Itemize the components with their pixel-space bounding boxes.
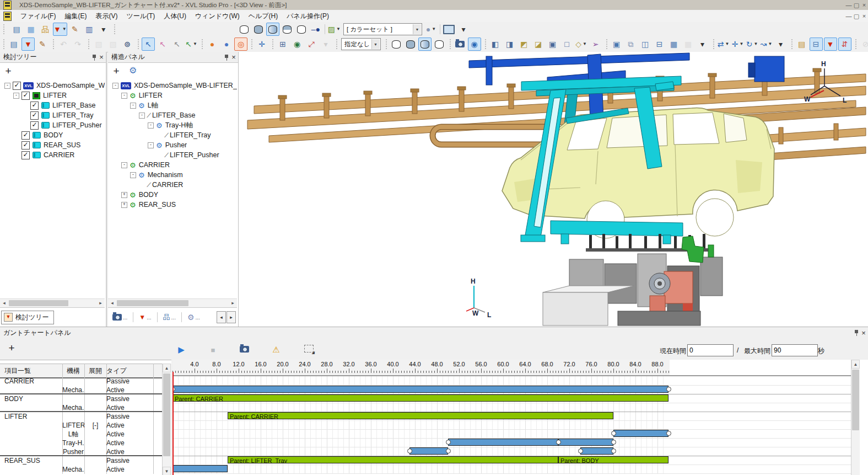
table-row[interactable]: L軸Active xyxy=(0,430,162,439)
gantt-task-bar[interactable] xyxy=(409,447,448,455)
tree-list-icon[interactable]: ▤ xyxy=(7,38,20,51)
tree-item-LIFTER_Tray[interactable]: ✓LIFTER_Tray xyxy=(0,110,105,120)
tree-item-CARRIER[interactable]: ∕CARRIER xyxy=(108,180,237,190)
visibility-checkbox[interactable]: ✓ xyxy=(13,82,21,90)
layout-tree-icon[interactable]: 品... xyxy=(163,312,177,322)
add-gantt-item-button[interactable]: + xyxy=(6,342,18,354)
table-row[interactable]: Mecha...Active xyxy=(0,386,162,394)
gantt-task-bar[interactable] xyxy=(448,439,558,446)
chevron-down-icon[interactable]: ▼ xyxy=(768,42,772,46)
collapse-icon[interactable]: - xyxy=(130,103,136,109)
menu-ツール(T)[interactable]: ツール(T) xyxy=(122,10,159,22)
gantt-task-bar[interactable] xyxy=(172,386,668,393)
display-wireframe-icon[interactable] xyxy=(238,23,251,36)
view-shading-icon[interactable] xyxy=(404,38,417,51)
scroll-down-icon[interactable]: ▼ xyxy=(163,467,171,475)
table-row[interactable]: Mecha...Active xyxy=(0,465,162,474)
close-icon[interactable]: × xyxy=(859,329,868,337)
bar-handle[interactable] xyxy=(578,449,583,453)
collapse-icon[interactable]: - xyxy=(148,142,154,148)
pin-icon[interactable] xyxy=(92,54,97,61)
bar-handle[interactable] xyxy=(407,449,412,453)
highlight-view-icon[interactable]: ◉ xyxy=(468,38,481,51)
expand-icon[interactable]: + xyxy=(121,202,127,208)
snap-target-icon[interactable]: ◎ xyxy=(234,38,247,51)
bar-handle[interactable] xyxy=(666,431,671,436)
tree-item-Mechanism[interactable]: -⚙Mechanism xyxy=(108,170,237,180)
menu-表示(V)[interactable]: 表示(V) xyxy=(91,10,122,22)
chevron-down-icon[interactable]: ▼ xyxy=(193,42,197,46)
chevron-down-icon[interactable]: ▼ xyxy=(739,42,743,46)
range-select-icon[interactable] xyxy=(302,342,315,355)
presentation-mode-icon[interactable] xyxy=(443,23,456,36)
translate-tool-icon[interactable]: ⇄▼ xyxy=(717,38,730,51)
colorset-combo[interactable]: [ カラーセット ]▼ xyxy=(343,23,422,35)
gantt-parent-bar[interactable]: Parent: BODY xyxy=(558,456,668,463)
select-parts-icon[interactable]: ↖ xyxy=(142,38,155,51)
table-vscrollbar[interactable]: ▲▼ xyxy=(162,364,171,475)
window-single-icon[interactable]: ▣ xyxy=(610,38,623,51)
clip-spec-combo[interactable]: 指定なし▼ xyxy=(341,38,381,50)
window-hsplit-icon[interactable]: ⊟ xyxy=(653,38,666,51)
tree-item-LIFTER_Pusher[interactable]: ✓LIFTER_Pusher xyxy=(0,120,105,130)
child-restore-button[interactable]: ▢ xyxy=(853,13,860,20)
window-vsplit-icon[interactable]: ◫ xyxy=(639,38,652,51)
table-row[interactable]: Mecha...Active xyxy=(0,403,162,412)
chevron-down-icon[interactable]: ▼ xyxy=(371,39,380,49)
snapshot-camera-icon[interactable]: ... xyxy=(112,314,128,321)
mechanism-icon[interactable]: ⚙... xyxy=(187,313,201,322)
toolbar-grip[interactable] xyxy=(272,39,273,49)
tree-item-LIFTER_Pusher[interactable]: ∕LIFTER_Pusher xyxy=(108,150,237,160)
column-header-機構[interactable]: 機構 xyxy=(62,366,84,375)
bar-handle[interactable] xyxy=(666,387,671,392)
look-at-icon[interactable]: ◉ xyxy=(290,38,304,51)
3d-viewport[interactable]: H W L H W L xyxy=(238,52,868,327)
tree-item-XDS-DemoSample_WB-LIFTER_ガン[interactable]: -XVLXDS-DemoSample_WB-LIFTER_ガン xyxy=(108,81,237,90)
gantt-parent-bar[interactable]: Parent: LIFTER_Tray xyxy=(228,456,558,463)
toolbar-grip[interactable] xyxy=(138,39,139,49)
study-hscrollbar[interactable]: ◂▸ xyxy=(0,298,105,307)
process-arrow-icon[interactable]: ▼ xyxy=(21,38,35,51)
image-capture-icon[interactable]: ▦ xyxy=(667,38,681,51)
collapse-icon[interactable]: - xyxy=(13,93,19,99)
process-panel-icon[interactable]: ▼ xyxy=(824,38,837,51)
tree-item-L軸[interactable]: -⚙L軸 xyxy=(108,100,237,110)
menu-ファイル(F)[interactable]: ファイル(F) xyxy=(16,10,60,22)
view-front-icon[interactable]: ◧ xyxy=(489,38,502,51)
tree-item-LIFTER_Base[interactable]: ✓LIFTER_Base xyxy=(0,100,105,110)
select-polyline-icon[interactable]: ↖ xyxy=(170,38,184,51)
toolbar-overflow-icon[interactable]: ▾ xyxy=(97,23,110,36)
tree-item-BODY[interactable]: ✓BODY xyxy=(0,130,105,140)
close-icon[interactable]: × xyxy=(229,53,238,61)
view-hiddenline-icon[interactable] xyxy=(433,38,446,51)
toolbar-grip[interactable] xyxy=(485,39,486,49)
table-row[interactable]: REAR_SUSPassive xyxy=(0,456,162,465)
collapse-icon[interactable]: - xyxy=(130,172,136,178)
copy-shape-icon[interactable]: ▧ xyxy=(92,38,105,51)
view-iso-icon[interactable]: ◇▼ xyxy=(575,38,588,51)
vector-move-icon[interactable]: ⤢ xyxy=(305,38,318,51)
minimize-button[interactable]: — xyxy=(845,2,853,8)
redo-icon[interactable]: ↷ xyxy=(71,38,84,51)
bar-handle[interactable] xyxy=(611,440,616,445)
chevron-down-icon[interactable]: ▼ xyxy=(753,42,758,46)
view-left-icon[interactable]: ◩ xyxy=(517,38,531,51)
collapse-icon[interactable]: - xyxy=(121,162,127,168)
collapse-icon[interactable]: - xyxy=(139,113,145,119)
tree-item-LIFTER[interactable]: -✓LIFTER xyxy=(0,90,105,100)
export-warning-icon[interactable]: ⚠ xyxy=(269,343,283,356)
select-surface-icon[interactable]: ↖ xyxy=(156,38,169,51)
toolbar-grip[interactable] xyxy=(713,39,714,49)
gantt-parent-bar[interactable]: Parent: CARRIER xyxy=(228,412,613,419)
table-row[interactable]: LIFTER[-]Active xyxy=(0,421,162,430)
fit-parts-icon[interactable]: ⊞ xyxy=(276,38,289,51)
menu-ウィンドウ(W)[interactable]: ウィンドウ(W) xyxy=(191,10,244,22)
visibility-checkbox[interactable]: ✓ xyxy=(30,102,39,110)
view-top-icon[interactable]: ▣ xyxy=(546,38,559,51)
column-header-展開[interactable]: 展開 xyxy=(84,366,106,375)
scroll-up-icon[interactable]: ▲ xyxy=(163,364,171,372)
toolbar-grip[interactable] xyxy=(606,39,607,49)
child-minimize-button[interactable]: — xyxy=(845,13,853,19)
tree-item-XDS-DemoSample_WB-[interactable]: -✓XVLXDS-DemoSample_WB- xyxy=(0,81,105,90)
gantt-task-bar[interactable] xyxy=(580,447,613,455)
